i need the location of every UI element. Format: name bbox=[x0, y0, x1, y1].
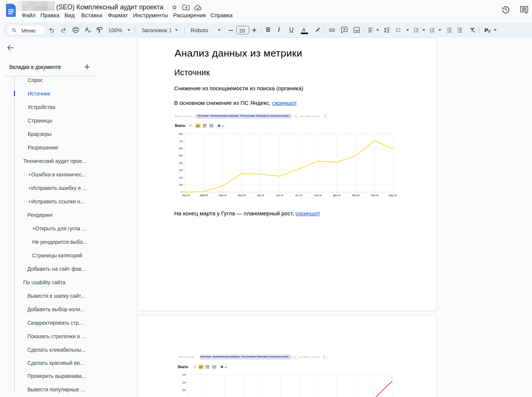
svg-text:Мар 25: Мар 25 bbox=[389, 194, 397, 197]
svg-text:0: 0 bbox=[181, 191, 183, 193]
svg-text:500: 500 bbox=[179, 154, 183, 157]
svg-text:400: 400 bbox=[179, 162, 183, 164]
svg-text:120: 120 bbox=[182, 381, 186, 384]
svg-text:Янв 25: Янв 25 bbox=[352, 194, 360, 197]
svg-text:100: 100 bbox=[179, 184, 183, 186]
svg-text:700: 700 bbox=[179, 140, 183, 143]
svg-text:300: 300 bbox=[179, 169, 183, 172]
svg-text:100: 100 bbox=[182, 389, 186, 391]
svg-text:Дек 24: Дек 24 bbox=[333, 194, 341, 197]
svg-text:Июл 24: Июл 24 bbox=[238, 194, 246, 197]
svg-text:Фев 25: Фев 25 bbox=[371, 194, 379, 197]
svg-text:3: 3 bbox=[430, 31, 431, 33]
svg-text:200: 200 bbox=[179, 176, 183, 179]
svg-text:Авг 24: Авг 24 bbox=[257, 194, 265, 197]
svg-text:600: 600 bbox=[179, 147, 183, 150]
svg-text:Июн 24: Июн 24 bbox=[219, 194, 227, 197]
svg-text:800: 800 bbox=[179, 133, 183, 135]
svg-text:140: 140 bbox=[182, 373, 186, 376]
svg-text:Апр 24: Апр 24 bbox=[182, 194, 190, 197]
svg-text:Май 24: Май 24 bbox=[200, 194, 208, 197]
svg-text:Сен 24: Сен 24 bbox=[276, 194, 284, 197]
svg-text:Ноя 24: Ноя 24 bbox=[314, 194, 322, 197]
svg-text:Окт 24: Окт 24 bbox=[295, 194, 303, 197]
